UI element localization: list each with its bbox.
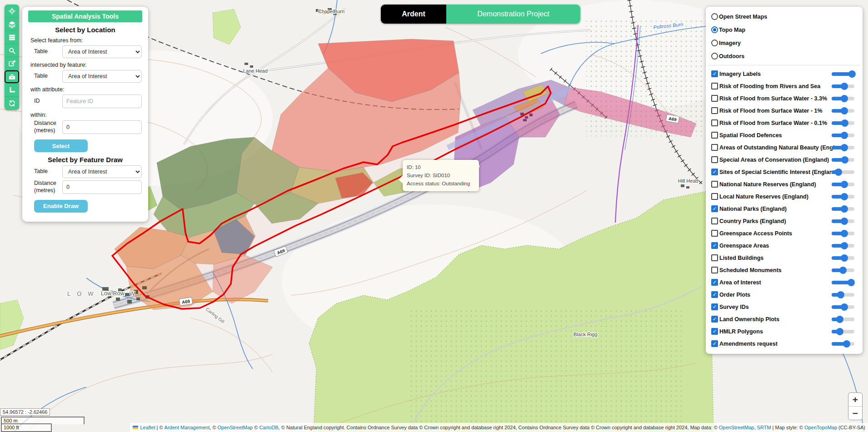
radio-icon[interactable] bbox=[711, 26, 718, 33]
checkbox-land-ownership-plots[interactable] bbox=[711, 316, 718, 323]
toolbar-tool-toolbox-icon[interactable] bbox=[5, 70, 19, 84]
checkbox-areas-of-outstanding-natural-beauty-england[interactable] bbox=[711, 144, 718, 151]
attribution-link[interactable]: OpenTopoMap bbox=[804, 425, 837, 430]
opacity-slider-areas-of-outstanding-natural-beauty-england[interactable] bbox=[832, 144, 854, 151]
opacity-slider-risk-of-flooding-from-rivers-and-sea[interactable] bbox=[832, 83, 854, 90]
overlay-row-amendments-request: Amendments request bbox=[711, 338, 858, 350]
attribution-link[interactable]: Ardent Management bbox=[165, 425, 210, 430]
overlay-label: Country Parks (England) bbox=[719, 218, 786, 224]
basemap-option-outdoors[interactable]: Outdoors bbox=[711, 50, 858, 63]
overlay-label: Risk of Flooding from Rivers and Sea bbox=[719, 83, 820, 89]
opacity-slider-hmlr-polygons[interactable] bbox=[832, 328, 854, 335]
toolbar-tool-measure-icon[interactable] bbox=[5, 84, 19, 97]
basemap-option-open-street-maps[interactable]: Open Street Maps bbox=[711, 10, 858, 23]
opacity-slider-imagery-labels[interactable] bbox=[832, 70, 854, 78]
draw-table-dropdown[interactable]: Area of Interest bbox=[62, 165, 142, 178]
checkbox-spatial-flood-defences[interactable] bbox=[711, 132, 718, 139]
basemap-label: Open Street Maps bbox=[719, 14, 767, 20]
intersected-table-dropdown[interactable]: Area of Interest bbox=[62, 70, 142, 83]
opacity-slider-country-parks-england[interactable] bbox=[832, 218, 854, 225]
opacity-slider-area-of-interest[interactable] bbox=[832, 279, 854, 286]
toolbar-tool-attribute-table-icon[interactable] bbox=[5, 31, 19, 44]
opacity-slider-sites-of-special-scientific-interest-england[interactable] bbox=[832, 169, 854, 176]
toolbar-tool-edit-icon[interactable] bbox=[5, 57, 19, 70]
opacity-slider-risk-of-flood-from-surface-water-0-1[interactable] bbox=[832, 119, 854, 127]
attribution-link[interactable]: SRTM bbox=[757, 425, 771, 430]
opacity-slider-special-areas-of-conservation-england[interactable] bbox=[832, 156, 854, 164]
checkbox-hmlr-polygons[interactable] bbox=[711, 328, 718, 335]
opacity-slider-risk-of-flood-from-surface-water-1[interactable] bbox=[832, 107, 854, 114]
checkbox-risk-of-flood-from-surface-water-0-1[interactable] bbox=[711, 119, 718, 126]
opacity-slider-listed-buildings[interactable] bbox=[832, 254, 854, 262]
zoom-in-button[interactable]: + bbox=[848, 393, 862, 407]
radio-icon[interactable] bbox=[711, 53, 718, 60]
opacity-slider-greenspace-areas[interactable] bbox=[832, 242, 854, 249]
distance-label: Distance (metres) bbox=[34, 180, 62, 194]
checkbox-greenspace-areas[interactable] bbox=[711, 242, 718, 249]
attribution-link[interactable]: OpenStreetMap bbox=[218, 425, 253, 430]
opacity-slider-survey-ids[interactable] bbox=[832, 303, 854, 311]
overlay-label: Areas of Outstanding Natural Beauty (Eng… bbox=[719, 144, 847, 151]
feature-id-input[interactable] bbox=[62, 94, 142, 108]
select-button[interactable]: Select bbox=[34, 139, 88, 152]
opacity-slider-local-nature-reserves-england[interactable] bbox=[832, 193, 854, 200]
toolbar-tool-layers-icon[interactable] bbox=[5, 18, 19, 31]
toolbar-tool-refresh-icon[interactable] bbox=[5, 97, 19, 110]
checkbox-risk-of-flooding-from-rivers-and-sea[interactable] bbox=[711, 83, 718, 89]
toolbar-tool-search-icon[interactable] bbox=[5, 44, 19, 57]
attribution-link[interactable]: OpenStreetMap bbox=[719, 425, 754, 430]
basemap-option-imagery[interactable]: Imagery bbox=[711, 36, 858, 50]
project-button[interactable]: Demonstration Project bbox=[446, 5, 580, 24]
id-label: ID bbox=[34, 98, 62, 105]
basemap-option-topo-map[interactable]: Topo Map bbox=[711, 23, 858, 36]
select-features-table-dropdown[interactable]: Area of Interest bbox=[62, 45, 142, 58]
checkbox-local-nature-reserves-england[interactable] bbox=[711, 193, 718, 200]
checkbox-area-of-interest[interactable] bbox=[711, 279, 718, 286]
checkbox-greenspace-access-points[interactable] bbox=[711, 230, 718, 237]
checkbox-risk-of-flood-from-surface-water-1[interactable] bbox=[711, 107, 718, 114]
layers-panel: Open Street MapsTopo MapImageryOutdoors … bbox=[706, 7, 863, 354]
enable-draw-button[interactable]: Enable Draw bbox=[34, 200, 88, 213]
overlay-row-greenspace-access-points: Greenspace Access Points bbox=[711, 227, 858, 239]
checkbox-special-areas-of-conservation-england[interactable] bbox=[711, 156, 718, 163]
checkbox-amendments-request[interactable] bbox=[711, 340, 718, 347]
checkbox-sites-of-special-scientific-interest-england[interactable] bbox=[711, 169, 718, 175]
radio-icon[interactable] bbox=[711, 13, 718, 20]
checkbox-scheduled-monuments[interactable] bbox=[711, 267, 718, 273]
checkbox-national-parks-england[interactable] bbox=[711, 205, 718, 212]
attribution-link[interactable]: Leaflet bbox=[140, 425, 155, 430]
checkbox-imagery-labels[interactable] bbox=[711, 70, 718, 77]
opacity-slider-national-parks-england[interactable] bbox=[832, 205, 854, 213]
opacity-slider-risk-of-flood-from-surface-water-3-3[interactable] bbox=[832, 95, 854, 102]
leaflet-flag-icon bbox=[133, 426, 138, 429]
opacity-slider-land-ownership-plots[interactable] bbox=[832, 316, 854, 323]
distance-input[interactable] bbox=[62, 120, 142, 134]
opacity-slider-scheduled-monuments[interactable] bbox=[832, 267, 854, 274]
opacity-slider-national-nature-reserves-england[interactable] bbox=[832, 181, 854, 188]
overlay-label: Area of Interest bbox=[719, 279, 761, 286]
attribution-link[interactable]: CartoDB bbox=[259, 425, 278, 430]
checkbox-national-nature-reserves-england[interactable] bbox=[711, 181, 718, 188]
feature-tooltip: ID: 10Survey ID: SID010Access status: Ou… bbox=[403, 160, 479, 191]
checkbox-country-parks-england[interactable] bbox=[711, 218, 718, 224]
zoom-out-button[interactable]: − bbox=[848, 407, 862, 420]
opacity-slider-greenspace-access-points[interactable] bbox=[832, 230, 854, 237]
checkbox-risk-of-flood-from-surface-water-3-3[interactable] bbox=[711, 95, 718, 102]
opacity-slider-spatial-flood-defences[interactable] bbox=[832, 132, 854, 139]
overlay-row-areas-of-outstanding-natural-beauty-england: Areas of Outstanding Natural Beauty (Eng… bbox=[711, 141, 858, 154]
map-label-black-rigg: Black Rigg bbox=[574, 332, 598, 337]
spatial-panel-title: Spatial Analysis Tools bbox=[28, 10, 142, 22]
checkbox-listed-buildings[interactable] bbox=[711, 254, 718, 261]
checkbox-survey-ids[interactable] bbox=[711, 303, 718, 310]
opacity-slider-amendments-request[interactable] bbox=[832, 340, 854, 348]
attribution-text: (CC-BY-SA) bbox=[837, 425, 865, 430]
opacity-slider-order-plots[interactable] bbox=[832, 291, 854, 298]
toolbar-tool-locate-icon[interactable] bbox=[5, 5, 19, 18]
radio-icon[interactable] bbox=[711, 40, 718, 46]
distance-label: Distance (metres) bbox=[34, 120, 62, 134]
overlay-label: Survey IDs bbox=[719, 304, 749, 310]
draw-distance-input[interactable] bbox=[62, 180, 142, 194]
overlay-list: Imagery LabelsRisk of Flooding from Rive… bbox=[711, 68, 858, 350]
brand-button[interactable]: Ardent bbox=[381, 5, 446, 24]
checkbox-order-plots[interactable] bbox=[711, 291, 718, 298]
